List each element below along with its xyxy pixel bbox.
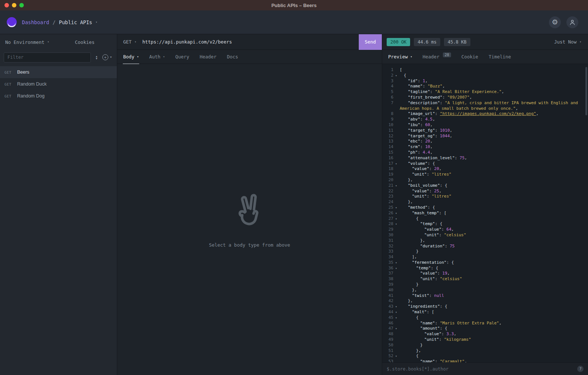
user-icon: [569, 19, 576, 26]
code-text: "tagline": "A Real Bitter Experience.",: [400, 89, 588, 95]
response-status-bar: 200 OK 44.6 ms 45.8 KB Just Now ▾: [382, 34, 588, 50]
line-number: 47: [382, 326, 395, 331]
token: :: [442, 95, 447, 100]
response-tabs: Preview▾Header28CookieTimeline: [382, 50, 588, 64]
token: "unit": [412, 194, 427, 199]
token: "amount": [420, 326, 440, 331]
chevron-down-icon: ▾: [110, 56, 112, 59]
fold-toggle-icon[interactable]: ▾: [395, 161, 400, 167]
send-button[interactable]: Send: [359, 34, 382, 50]
tab-label: Query: [175, 54, 189, 60]
code-text: ],: [400, 254, 588, 260]
sort-down-icon: ▼: [95, 58, 98, 60]
breadcrumb-dashboard-link[interactable]: Dashboard: [22, 19, 49, 25]
fold-spacer: [395, 100, 400, 112]
token: "name": [420, 321, 435, 326]
token: :: [437, 271, 442, 276]
fold-toggle-icon[interactable]: ▾: [395, 304, 400, 310]
account-button[interactable]: [566, 16, 578, 28]
json-link[interactable]: "https://images.punkapi.com/v2/keg.png": [440, 111, 536, 116]
token: "target_og": [408, 134, 435, 138]
status-badge: 200 OK: [387, 38, 410, 46]
request-list-item-random-dog[interactable]: GETRandom Dog: [0, 90, 117, 102]
response-tab-preview[interactable]: Preview▾: [383, 50, 418, 64]
code-text: "unit": "kilograms": [400, 337, 588, 343]
token: ,: [464, 359, 467, 362]
token: 3.3: [447, 331, 454, 336]
line-number: 8: [382, 111, 395, 117]
response-tab-timeline[interactable]: Timeline: [483, 50, 516, 64]
token: ,: [450, 134, 453, 138]
token: "temp": [416, 266, 431, 270]
help-icon[interactable]: ?: [577, 366, 584, 372]
fold-toggle-icon[interactable]: ▾: [395, 353, 400, 359]
code-line: 9"abv": 4.5,: [382, 117, 588, 122]
tab-label: Body: [123, 54, 134, 60]
fold-toggle-icon[interactable]: ▾: [395, 315, 400, 321]
token: "ph": [408, 150, 418, 155]
tab-docs[interactable]: Docs: [222, 50, 243, 64]
token: [: [400, 67, 402, 72]
scrollbar-thumb[interactable]: [585, 67, 587, 115]
fold-spacer: [395, 111, 400, 117]
close-window-button[interactable]: [4, 3, 9, 7]
fold-spacer: [395, 177, 400, 183]
code-text: "image_url": "https://images.punkapi.com…: [400, 111, 588, 117]
fold-toggle-icon[interactable]: ▾: [395, 183, 400, 189]
url-input[interactable]: https://api.punkapi.com/v2/beers: [142, 39, 359, 45]
token: "first_brewed": [408, 95, 442, 100]
code-line: 38"unit": "celsius": [382, 276, 588, 282]
response-tab-header[interactable]: Header28: [418, 50, 456, 64]
minimize-window-button[interactable]: [12, 3, 16, 7]
token: :: [429, 189, 434, 193]
line-number: 10: [382, 122, 395, 128]
cookies-button[interactable]: Cookies: [75, 39, 95, 45]
tab-query[interactable]: Query: [170, 50, 195, 64]
tab-count-badge: 28: [443, 52, 451, 57]
line-number: 6: [382, 95, 395, 100]
fold-spacer: [395, 233, 400, 238]
fold-toggle-icon[interactable]: ▾: [395, 260, 400, 266]
code-text: "method": {: [400, 205, 588, 211]
request-list-item-random-duck[interactable]: GETRandom Duck: [0, 78, 117, 90]
token: :: [435, 359, 440, 362]
tab-header[interactable]: Header: [195, 50, 222, 64]
token: :: [435, 321, 440, 326]
chevron-down-icon[interactable]: ▾: [96, 21, 98, 24]
code-text: "boil_volume": {: [400, 183, 588, 189]
environment-selector[interactable]: No Environment ▾: [5, 39, 49, 45]
fold-toggle-icon[interactable]: ▾: [395, 310, 400, 315]
fold-toggle-icon[interactable]: ▾: [395, 205, 400, 211]
titlebar: Public APIs – Beers: [0, 0, 588, 10]
token: :: [439, 211, 444, 215]
method-selector[interactable]: GET ▾: [117, 39, 142, 45]
token: 25: [434, 189, 439, 193]
fold-toggle-icon[interactable]: ▾: [395, 221, 400, 227]
response-tab-cookie[interactable]: Cookie: [456, 50, 483, 64]
breadcrumb-workspace-name[interactable]: Public APIs: [59, 19, 92, 25]
response-recency-label: Just Now: [554, 39, 576, 45]
sort-button[interactable]: ▲ ▼: [95, 55, 98, 60]
response-tab-label: Header: [423, 54, 440, 60]
request-list-item-beers[interactable]: GETBeers: [0, 66, 117, 78]
fold-toggle-icon[interactable]: ▾: [395, 266, 400, 271]
zoom-window-button[interactable]: [19, 3, 24, 7]
tab-auth[interactable]: Auth▾: [144, 50, 170, 64]
settings-button[interactable]: ⚙: [549, 16, 561, 28]
code-text: "fermentation": {: [400, 260, 588, 266]
tab-body[interactable]: Body▾: [118, 50, 144, 64]
token: 20: [434, 166, 439, 171]
token: {: [436, 266, 438, 270]
response-history-dropdown[interactable]: Just Now ▾: [554, 39, 584, 45]
fold-toggle-icon[interactable]: ▾: [395, 326, 400, 331]
sidebar-filter-input[interactable]: [4, 52, 91, 62]
response-filter-input[interactable]: [387, 366, 573, 372]
token: ,: [502, 89, 504, 94]
fold-toggle-icon[interactable]: ▾: [395, 216, 400, 222]
code-line: 51},: [382, 348, 588, 354]
add-request-button[interactable]: + ▾: [102, 54, 113, 60]
insomnia-logo-icon: [7, 17, 17, 27]
fold-toggle-icon[interactable]: ▾: [395, 73, 400, 78]
fold-toggle-icon[interactable]: ▾: [395, 211, 400, 216]
token: 75: [450, 244, 454, 249]
